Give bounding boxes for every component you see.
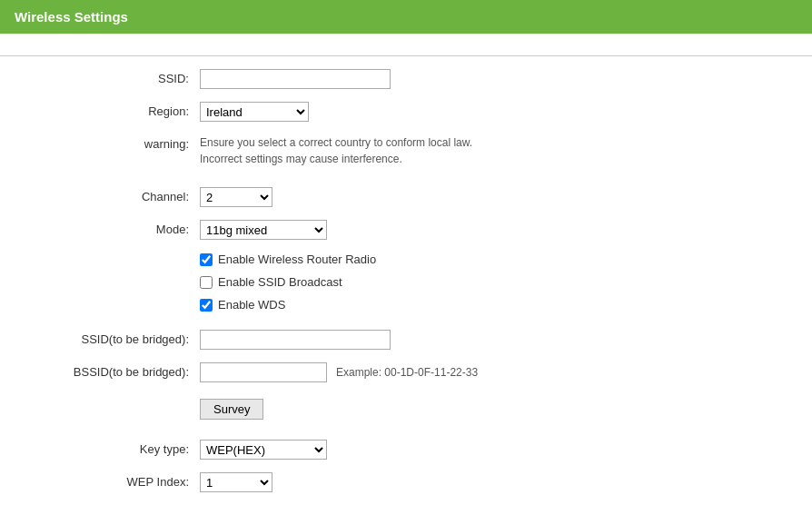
warning-row: warning: Ensure you select a correct cou…	[0, 133, 812, 169]
enable-wds-checkbox[interactable]	[200, 299, 213, 312]
enable-wds-row: Enable WDS	[200, 298, 376, 312]
enable-wds-label: Enable WDS	[218, 298, 285, 312]
warning-label: warning:	[0, 134, 200, 151]
mode-label: Mode:	[0, 220, 200, 236]
ssid-row: SSID: Breeding Kennels	[0, 67, 812, 91]
bssid-row: BSSID(to be bridged): 00-14-78-CF-D0-2C …	[0, 361, 812, 384]
mode-select[interactable]: 11bg mixed 11b only 11g only 11n only 11…	[200, 220, 327, 240]
page-title: Wireless Settings	[0, 0, 812, 34]
mode-row: Mode: 11bg mixed 11b only 11g only 11n o…	[0, 218, 812, 242]
survey-button[interactable]: Survey	[200, 399, 263, 420]
region-select[interactable]: Ireland United States United Kingdom Eur…	[200, 102, 309, 122]
checkbox-group: Enable Wireless Router Radio Enable SSID…	[200, 252, 376, 317]
key-type-row: Key type: WEP(HEX) WEP(ASCII) WPA WPA2	[0, 438, 812, 461]
bssid-label: BSSID(to be bridged):	[0, 362, 200, 379]
bssid-example: Example: 00-1D-0F-11-22-33	[336, 366, 478, 379]
ssid-bridge-label: SSID(to be bridged):	[0, 330, 200, 346]
ssid-input[interactable]: Breeding Kennels	[200, 69, 391, 89]
region-label: Region:	[0, 102, 200, 118]
wep-index-label: WEP Index:	[0, 472, 200, 489]
survey-row: Survey	[0, 393, 812, 421]
checkboxes-row: Enable Wireless Router Radio Enable SSID…	[0, 251, 812, 319]
channel-select[interactable]: 1 2 3 4 5 6 7 8 9 10 11 12 13	[200, 187, 272, 207]
region-row: Region: Ireland United States United Kin…	[0, 100, 812, 124]
wep-index-select[interactable]: 1 2 3 4	[200, 472, 272, 492]
enable-ssid-checkbox[interactable]	[200, 276, 213, 289]
channel-row: Channel: 1 2 3 4 5 6 7 8 9 10 11 12 13	[0, 185, 812, 209]
key-type-select[interactable]: WEP(HEX) WEP(ASCII) WPA WPA2	[200, 440, 327, 460]
enable-radio-row: Enable Wireless Router Radio	[200, 252, 376, 266]
enable-radio-checkbox[interactable]	[200, 253, 213, 266]
key-type-label: Key type:	[0, 440, 200, 456]
warning-text: Ensure you select a correct country to c…	[200, 134, 472, 167]
ssid-bridge-input[interactable]: Breeding Kennels	[200, 330, 391, 350]
enable-ssid-row: Enable SSID Broadcast	[200, 275, 376, 289]
channel-label: Channel:	[0, 187, 200, 203]
ssid-bridge-row: SSID(to be bridged): Breeding Kennels	[0, 328, 812, 352]
enable-ssid-label: Enable SSID Broadcast	[218, 275, 342, 289]
bssid-input[interactable]: 00-14-78-CF-D0-2C	[200, 362, 327, 382]
ssid-label: SSID:	[0, 69, 200, 85]
enable-radio-label: Enable Wireless Router Radio	[218, 252, 376, 266]
wep-index-row: WEP Index: 1 2 3 4	[0, 470, 812, 494]
